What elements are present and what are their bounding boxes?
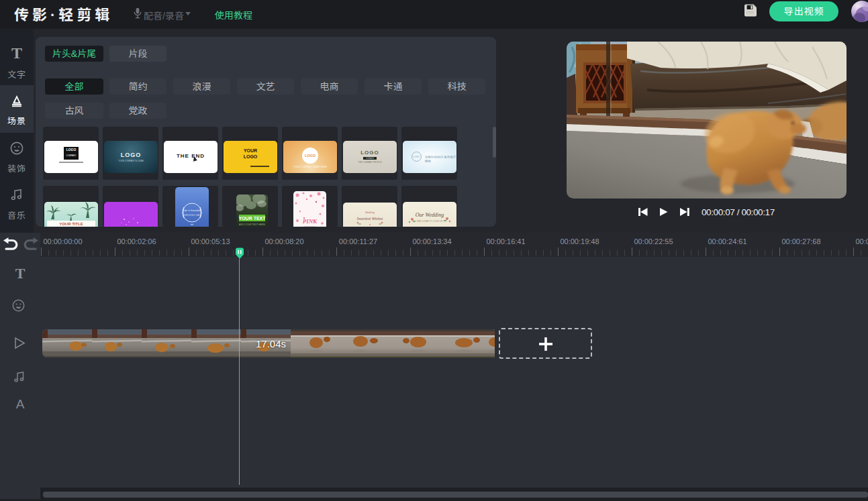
svg-text:Our Wedding: Our Wedding [416,212,444,218]
svg-text:WELCOME TO JOIN US: WELCOME TO JOIN US [417,220,443,223]
svg-text:ADD YOUR TEXT HERE: ADD YOUR TEXT HERE [239,223,266,226]
svg-text:WEDDING DAY: WEDDING DAY [184,214,201,217]
svg-text:YOUR TITLE: YOUR TITLE [59,222,83,226]
svg-text:ROMANTIC: ROMANTIC [303,226,316,227]
svg-text:YOUR TEXT: YOUR TEXT [238,216,266,221]
svg-text:Life is beautiful: Life is beautiful [182,209,202,212]
svg-text:Wedding: Wedding [365,211,375,214]
svg-text:Sweetest Wishes: Sweetest Wishes [357,217,383,221]
svg-text:PINK: PINK [303,218,318,225]
